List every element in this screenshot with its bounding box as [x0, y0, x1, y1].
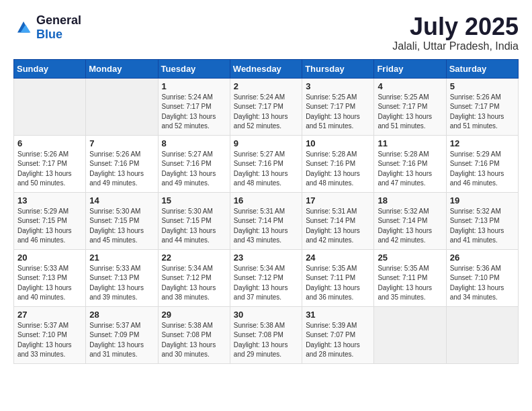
logo-blue: Blue — [36, 28, 62, 41]
calendar-cell: 5Sunrise: 5:26 AMSunset: 7:17 PMDaylight… — [446, 78, 518, 135]
day-number: 4 — [378, 81, 442, 91]
day-number: 20 — [17, 253, 82, 263]
calendar-cell: 7Sunrise: 5:26 AMSunset: 7:16 PMDaylight… — [86, 135, 158, 192]
calendar-cell: 19Sunrise: 5:32 AMSunset: 7:13 PMDayligh… — [446, 192, 518, 249]
calendar-cell: 23Sunrise: 5:34 AMSunset: 7:12 PMDayligh… — [230, 249, 302, 306]
day-info: Sunrise: 5:27 AMSunset: 7:16 PMDaylight:… — [234, 150, 298, 189]
day-info: Sunrise: 5:31 AMSunset: 7:14 PMDaylight:… — [234, 207, 298, 246]
day-info: Sunrise: 5:26 AMSunset: 7:17 PMDaylight:… — [17, 150, 82, 189]
day-number: 18 — [378, 195, 442, 205]
day-number: 23 — [234, 253, 298, 263]
calendar-week-3: 13Sunrise: 5:29 AMSunset: 7:15 PMDayligh… — [14, 192, 519, 249]
day-info: Sunrise: 5:32 AMSunset: 7:14 PMDaylight:… — [378, 207, 442, 246]
title-block: July 2025 Jalali, Uttar Pradesh, India — [392, 13, 519, 52]
day-number: 30 — [234, 310, 298, 320]
calendar-cell: 30Sunrise: 5:38 AMSunset: 7:08 PMDayligh… — [230, 306, 302, 363]
calendar-cell: 26Sunrise: 5:36 AMSunset: 7:10 PMDayligh… — [446, 249, 518, 306]
day-info: Sunrise: 5:33 AMSunset: 7:13 PMDaylight:… — [17, 264, 82, 303]
logo-general: General — [36, 13, 81, 27]
calendar-cell: 3Sunrise: 5:25 AMSunset: 7:17 PMDaylight… — [302, 78, 374, 135]
day-info: Sunrise: 5:27 AMSunset: 7:16 PMDaylight:… — [162, 150, 226, 189]
day-info: Sunrise: 5:34 AMSunset: 7:12 PMDaylight:… — [162, 264, 226, 303]
day-info: Sunrise: 5:26 AMSunset: 7:16 PMDaylight:… — [89, 150, 154, 189]
day-info: Sunrise: 5:38 AMSunset: 7:08 PMDaylight:… — [234, 321, 298, 360]
page-header: General Blue July 2025 Jalali, Uttar Pra… — [13, 13, 519, 52]
day-info: Sunrise: 5:26 AMSunset: 7:17 PMDaylight:… — [450, 93, 515, 132]
calendar-table: SundayMondayTuesdayWednesdayThursdayFrid… — [13, 59, 519, 364]
day-number: 12 — [450, 138, 515, 148]
weekday-header-thursday: Thursday — [302, 59, 374, 78]
calendar-cell: 15Sunrise: 5:30 AMSunset: 7:15 PMDayligh… — [158, 192, 230, 249]
calendar-week-5: 27Sunrise: 5:37 AMSunset: 7:10 PMDayligh… — [14, 306, 519, 363]
day-info: Sunrise: 5:25 AMSunset: 7:17 PMDaylight:… — [306, 93, 370, 132]
calendar-cell — [14, 78, 86, 135]
weekday-header-sunday: Sunday — [14, 59, 86, 78]
calendar-week-4: 20Sunrise: 5:33 AMSunset: 7:13 PMDayligh… — [14, 249, 519, 306]
day-number: 14 — [89, 195, 154, 205]
day-info: Sunrise: 5:29 AMSunset: 7:16 PMDaylight:… — [450, 150, 515, 189]
day-number: 31 — [306, 310, 370, 320]
day-number: 16 — [234, 195, 298, 205]
day-number: 22 — [162, 253, 226, 263]
day-info: Sunrise: 5:39 AMSunset: 7:07 PMDaylight:… — [306, 321, 370, 360]
day-number: 7 — [89, 138, 154, 148]
calendar-cell: 4Sunrise: 5:25 AMSunset: 7:17 PMDaylight… — [374, 78, 446, 135]
calendar-cell: 10Sunrise: 5:28 AMSunset: 7:16 PMDayligh… — [302, 135, 374, 192]
calendar-cell: 14Sunrise: 5:30 AMSunset: 7:15 PMDayligh… — [86, 192, 158, 249]
month-title: July 2025 — [392, 13, 519, 40]
calendar-cell: 16Sunrise: 5:31 AMSunset: 7:14 PMDayligh… — [230, 192, 302, 249]
calendar-week-2: 6Sunrise: 5:26 AMSunset: 7:17 PMDaylight… — [14, 135, 519, 192]
day-number: 29 — [162, 310, 226, 320]
day-number: 19 — [450, 195, 515, 205]
day-number: 11 — [378, 138, 442, 148]
day-info: Sunrise: 5:31 AMSunset: 7:14 PMDaylight:… — [306, 207, 370, 246]
day-info: Sunrise: 5:28 AMSunset: 7:16 PMDaylight:… — [378, 150, 442, 189]
day-info: Sunrise: 5:37 AMSunset: 7:10 PMDaylight:… — [17, 321, 82, 360]
day-info: Sunrise: 5:28 AMSunset: 7:16 PMDaylight:… — [306, 150, 370, 189]
day-info: Sunrise: 5:38 AMSunset: 7:08 PMDaylight:… — [162, 321, 226, 360]
calendar-cell: 21Sunrise: 5:33 AMSunset: 7:13 PMDayligh… — [86, 249, 158, 306]
day-info: Sunrise: 5:33 AMSunset: 7:13 PMDaylight:… — [89, 264, 154, 303]
calendar-cell: 25Sunrise: 5:35 AMSunset: 7:11 PMDayligh… — [374, 249, 446, 306]
day-number: 26 — [450, 253, 515, 263]
calendar-cell: 18Sunrise: 5:32 AMSunset: 7:14 PMDayligh… — [374, 192, 446, 249]
calendar-header-row: SundayMondayTuesdayWednesdayThursdayFrid… — [14, 59, 519, 78]
day-info: Sunrise: 5:32 AMSunset: 7:13 PMDaylight:… — [450, 207, 515, 246]
day-info: Sunrise: 5:30 AMSunset: 7:15 PMDaylight:… — [89, 207, 154, 246]
calendar-cell: 27Sunrise: 5:37 AMSunset: 7:10 PMDayligh… — [14, 306, 86, 363]
day-number: 6 — [17, 138, 82, 148]
weekday-header-tuesday: Tuesday — [158, 59, 230, 78]
day-info: Sunrise: 5:34 AMSunset: 7:12 PMDaylight:… — [234, 264, 298, 303]
calendar-cell: 28Sunrise: 5:37 AMSunset: 7:09 PMDayligh… — [86, 306, 158, 363]
calendar-cell: 1Sunrise: 5:24 AMSunset: 7:17 PMDaylight… — [158, 78, 230, 135]
calendar-cell — [86, 78, 158, 135]
calendar-cell: 22Sunrise: 5:34 AMSunset: 7:12 PMDayligh… — [158, 249, 230, 306]
calendar-cell: 12Sunrise: 5:29 AMSunset: 7:16 PMDayligh… — [446, 135, 518, 192]
logo: General Blue — [13, 13, 81, 42]
day-info: Sunrise: 5:36 AMSunset: 7:10 PMDaylight:… — [450, 264, 515, 303]
day-number: 24 — [306, 253, 370, 263]
logo-icon — [13, 17, 34, 38]
day-number: 3 — [306, 81, 370, 91]
day-info: Sunrise: 5:30 AMSunset: 7:15 PMDaylight:… — [162, 207, 226, 246]
calendar-cell: 24Sunrise: 5:35 AMSunset: 7:11 PMDayligh… — [302, 249, 374, 306]
day-number: 17 — [306, 195, 370, 205]
calendar-cell — [446, 306, 518, 363]
day-number: 10 — [306, 138, 370, 148]
day-number: 21 — [89, 253, 154, 263]
day-info: Sunrise: 5:35 AMSunset: 7:11 PMDaylight:… — [378, 264, 442, 303]
calendar-cell: 6Sunrise: 5:26 AMSunset: 7:17 PMDaylight… — [14, 135, 86, 192]
weekday-header-friday: Friday — [374, 59, 446, 78]
calendar-cell: 13Sunrise: 5:29 AMSunset: 7:15 PMDayligh… — [14, 192, 86, 249]
day-number: 1 — [162, 81, 226, 91]
calendar-cell: 29Sunrise: 5:38 AMSunset: 7:08 PMDayligh… — [158, 306, 230, 363]
day-number: 8 — [162, 138, 226, 148]
weekday-header-monday: Monday — [86, 59, 158, 78]
day-number: 5 — [450, 81, 515, 91]
calendar-cell — [374, 306, 446, 363]
day-number: 15 — [162, 195, 226, 205]
weekday-header-wednesday: Wednesday — [230, 59, 302, 78]
day-number: 2 — [234, 81, 298, 91]
calendar-cell: 9Sunrise: 5:27 AMSunset: 7:16 PMDaylight… — [230, 135, 302, 192]
day-info: Sunrise: 5:35 AMSunset: 7:11 PMDaylight:… — [306, 264, 370, 303]
